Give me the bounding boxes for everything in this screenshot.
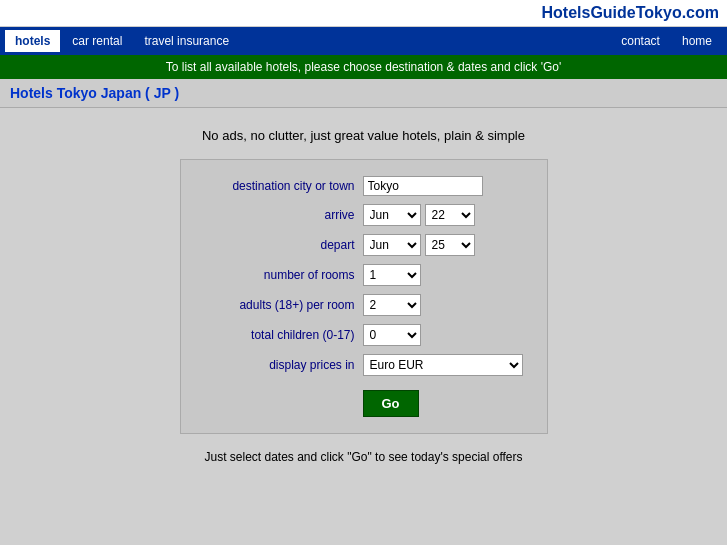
page-title-bar: Hotels Tokyo Japan ( JP ) [0,79,727,108]
currency-label: display prices in [205,358,355,372]
adults-row: adults (18+) per room 123456 [205,294,523,316]
nav-home[interactable]: home [671,29,723,53]
page-title: Hotels Tokyo Japan ( JP ) [10,85,179,101]
tagline: No ads, no clutter, just great value hot… [0,128,727,143]
go-button[interactable]: Go [363,390,419,417]
nav-bar: hotels car rental travel insurance conta… [0,27,727,55]
destination-input[interactable] [363,176,483,196]
depart-day-select[interactable]: 1234567891011121314151617181920212223242… [425,234,475,256]
depart-row: depart JanFebMarAprMayJunJulAugSepOctNov… [205,234,523,256]
arrive-inputs: JanFebMarAprMayJunJulAugSepOctNovDec 123… [363,204,475,226]
depart-label: depart [205,238,355,252]
children-row: total children (0-17) 012345 [205,324,523,346]
nav-travel-insurance[interactable]: travel insurance [133,29,240,53]
notification-bar: To list all available hotels, please cho… [0,55,727,79]
top-bar: HotelsGuideTokyo.com [0,0,727,27]
depart-month-select[interactable]: JanFebMarAprMayJunJulAugSepOctNovDec [363,234,421,256]
currency-select[interactable]: Euro EURUSD DollarGBP PoundJPY Yen [363,354,523,376]
nav-hotels[interactable]: hotels [4,29,61,53]
arrive-day-select[interactable]: 1234567891011121314151617181920212223242… [425,204,475,226]
destination-row: destination city or town [205,176,523,196]
arrive-label: arrive [205,208,355,222]
rooms-select[interactable]: 12345 [363,264,421,286]
adults-select[interactable]: 123456 [363,294,421,316]
currency-row: display prices in Euro EURUSD DollarGBP … [205,354,523,376]
adults-label: adults (18+) per room [205,298,355,312]
nav-car-rental[interactable]: car rental [61,29,133,53]
main-content: No ads, no clutter, just great value hot… [0,108,727,484]
rooms-label: number of rooms [205,268,355,282]
nav-contact[interactable]: contact [610,29,671,53]
bottom-note-text: Just select dates and click "Go" to see … [204,450,522,464]
rooms-row: number of rooms 12345 [205,264,523,286]
depart-inputs: JanFebMarAprMayJunJulAugSepOctNovDec 123… [363,234,475,256]
notification-text: To list all available hotels, please cho… [166,60,561,74]
form-container: destination city or town arrive JanFebMa… [180,159,548,434]
destination-label: destination city or town [205,179,355,193]
children-label: total children (0-17) [205,328,355,342]
children-select[interactable]: 012345 [363,324,421,346]
bottom-note: Just select dates and click "Go" to see … [0,450,727,464]
arrive-month-select[interactable]: JanFebMarAprMayJunJulAugSepOctNovDec [363,204,421,226]
site-title[interactable]: HotelsGuideTokyo.com [541,4,719,21]
arrive-row: arrive JanFebMarAprMayJunJulAugSepOctNov… [205,204,523,226]
nav-right: contact home [610,29,723,53]
